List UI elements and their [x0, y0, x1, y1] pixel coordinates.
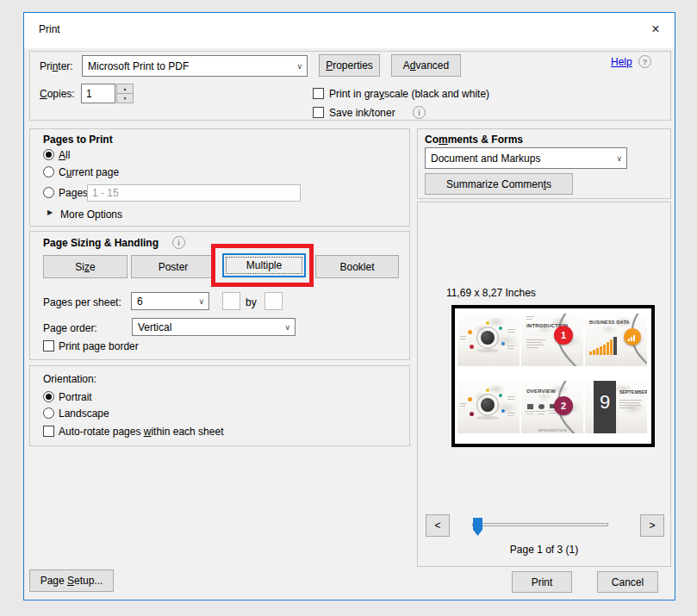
save-ink-checkbox[interactable] [313, 107, 324, 118]
slide-badge-2: 2 [554, 396, 573, 415]
pages-per-sheet-label: Pages per sheet: [43, 296, 121, 308]
chart-badge [624, 328, 641, 345]
orientation-section: Orientation: Portrait Landscape Auto-rot… [29, 365, 410, 446]
bar-chart-graphic [589, 337, 617, 355]
properties-button[interactable]: Properties [319, 54, 380, 77]
preview-slider-thumb[interactable] [473, 518, 482, 536]
annotation-red-box [211, 244, 314, 287]
grayscale-label[interactable]: Print in grayscale (black and white) [329, 88, 489, 100]
advanced-button[interactable]: Advanced [391, 54, 461, 77]
printer-section: Printer: Microsoft Print to PDF ∨ Proper… [29, 51, 671, 121]
page-size-text: 11,69 x 8,27 Inches [446, 287, 536, 299]
arrow-down-icon: ▼ [123, 96, 128, 101]
printer-select[interactable]: Microsoft Print to PDF ∨ [82, 55, 308, 77]
mini-bars-icon [628, 335, 635, 341]
portrait-label[interactable]: Portrait [59, 391, 92, 403]
spin-up-button[interactable]: ▲ [116, 84, 134, 93]
pages-radio[interactable] [43, 187, 54, 198]
next-page-button[interactable]: > [640, 514, 664, 537]
size-button[interactable]: Size [43, 255, 128, 278]
preview-slide-6: 9 SEPTEMBER 2015 [585, 381, 647, 433]
page-sizing-title: Page Sizing & Handling [43, 237, 159, 249]
page-border-label[interactable]: Print page border [59, 340, 139, 352]
slide-title: OVERVIEW [526, 389, 556, 394]
orientation-title: Orientation: [43, 373, 96, 385]
page-sizing-section: Page Sizing & Handling i Size Poster Mul… [29, 231, 410, 360]
preview-slide-3: BUSINESS DATA [585, 314, 647, 366]
prev-icon: < [434, 520, 440, 532]
summarize-comments-button[interactable]: Summarize Comments [425, 173, 573, 195]
next-icon: > [649, 520, 655, 532]
slide-badge-1: 1 [554, 326, 573, 345]
sheet-rows-input[interactable] [264, 292, 283, 310]
dialog-title: Print [39, 23, 60, 35]
preview-slide-5: OVERVIEW 2 INTRODUCTION [521, 381, 583, 433]
info-icon[interactable]: i [172, 236, 185, 249]
copies-input[interactable]: 1 [81, 84, 115, 103]
page-setup-button[interactable]: Page Setup... [29, 569, 114, 592]
spin-down-button[interactable]: ▼ [116, 93, 134, 103]
slide-number: 9 [600, 391, 610, 433]
comments-forms-select[interactable]: Document and Markups ∨ [425, 147, 627, 169]
preview-grid: INTRODUCTION 1 BUSINESS DATA [457, 314, 647, 433]
slide-title: SEPTEMBER 2015 [619, 389, 647, 395]
preview-slider-track[interactable] [472, 523, 608, 526]
autorotate-label[interactable]: Auto-rotate pages within each sheet [59, 426, 223, 438]
pages-label[interactable]: Pages [59, 187, 88, 199]
close-button[interactable]: × [644, 18, 668, 40]
autorotate-checkbox[interactable] [43, 426, 54, 437]
chevron-down-icon: ∨ [198, 296, 204, 305]
all-label[interactable]: All [59, 149, 70, 161]
more-options-toggle[interactable]: More Options [60, 208, 122, 221]
copies-stepper: ▲ ▼ [116, 84, 134, 103]
preview-panel: 11,69 x 8,27 Inches [417, 202, 671, 567]
page-indicator: Page 1 of 3 (1) [418, 544, 670, 556]
print-button[interactable]: Print [512, 571, 572, 593]
title-bar: Print × [24, 13, 675, 48]
preview-slide-1 [457, 314, 520, 366]
page-order-label: Page order: [43, 322, 97, 334]
sheet-cols-input[interactable] [222, 292, 240, 310]
help-link[interactable]: Help [611, 56, 632, 68]
chevron-down-icon: ∨ [296, 61, 302, 70]
printer-value: Microsoft Print to PDF [88, 60, 189, 72]
expand-triangle-icon[interactable]: ▶ [47, 208, 53, 216]
printer-label: Printer: [40, 60, 73, 72]
comments-forms-title: Comments & Forms [425, 134, 523, 146]
close-icon: × [651, 22, 659, 36]
poster-button[interactable]: Poster [131, 255, 215, 278]
chevron-down-icon: ∨ [284, 322, 290, 331]
all-radio[interactable] [43, 149, 54, 160]
icon-group [536, 404, 546, 414]
grayscale-checkbox[interactable] [313, 88, 324, 99]
current-page-radio[interactable] [43, 166, 54, 177]
page-border-checkbox[interactable] [43, 340, 54, 352]
preview-slide-2: INTRODUCTION 1 [521, 314, 583, 366]
preview-thumbnail: INTRODUCTION 1 BUSINESS DATA [451, 305, 655, 447]
arrow-up-icon: ▲ [123, 86, 128, 91]
copies-label: Copies: [40, 88, 75, 100]
icon-group [525, 404, 535, 414]
save-ink-label[interactable]: Save ink/toner [329, 107, 395, 119]
slide-title: BUSINESS DATA [589, 320, 630, 325]
page-order-select[interactable]: Vertical ∨ [132, 318, 296, 336]
slide-subtitle: INTRODUCTION [521, 428, 583, 432]
booklet-button[interactable]: Booklet [315, 255, 399, 278]
portrait-radio[interactable] [43, 391, 54, 402]
pages-per-sheet-select[interactable]: 6 ∨ [131, 292, 209, 310]
preview-slide-4 [457, 381, 520, 433]
chevron-down-icon: ∨ [616, 153, 622, 162]
help-icon[interactable]: ? [638, 55, 651, 68]
comments-forms-section: Comments & Forms Document and Markups ∨ … [417, 128, 671, 199]
landscape-radio[interactable] [43, 408, 54, 419]
pages-range-input[interactable]: 1 - 15 [87, 184, 301, 202]
pages-to-print-section: Pages to Print All Current page Pages 1 … [29, 128, 410, 227]
cancel-button[interactable]: Cancel [597, 571, 658, 593]
landscape-label[interactable]: Landscape [59, 408, 109, 420]
by-label: by [246, 296, 257, 308]
pages-to-print-title: Pages to Print [43, 134, 113, 146]
info-icon[interactable]: i [413, 106, 426, 119]
prev-page-button[interactable]: < [426, 514, 450, 537]
current-page-label[interactable]: Current page [59, 166, 119, 178]
print-dialog: Print × Printer: Microsoft Print to PDF … [23, 12, 675, 600]
